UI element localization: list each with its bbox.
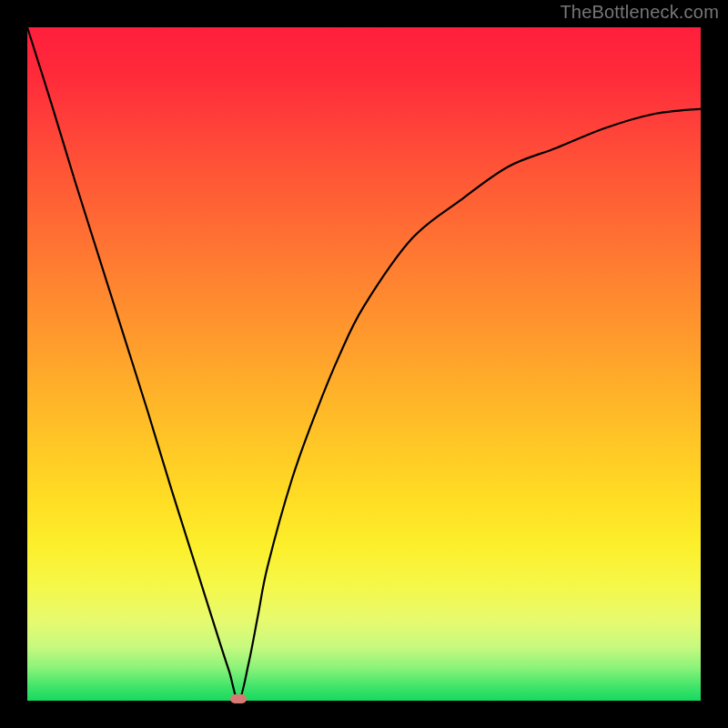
bottleneck-curve bbox=[27, 27, 701, 701]
chart-stage: TheBottleneck.com bbox=[0, 0, 728, 728]
plot-area bbox=[27, 27, 701, 701]
curve-path bbox=[27, 27, 701, 701]
min-marker bbox=[230, 694, 247, 703]
watermark-text: TheBottleneck.com bbox=[560, 2, 719, 23]
